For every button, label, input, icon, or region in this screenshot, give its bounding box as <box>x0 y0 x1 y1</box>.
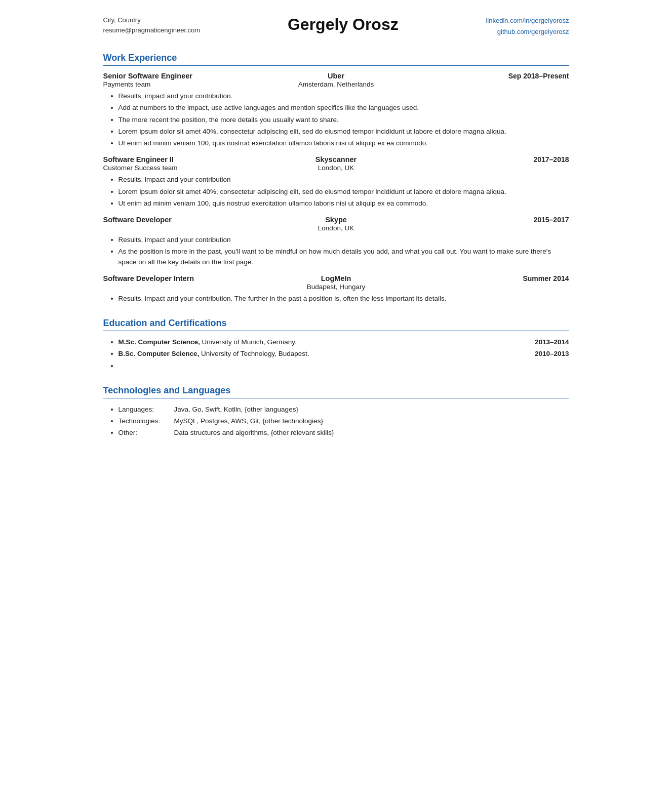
job-skype-company: Skype <box>258 216 414 224</box>
tech-languages-label: Languages: <box>118 404 174 415</box>
list-item: M.Sc. Computer Science, University of Mu… <box>118 337 569 347</box>
job-skyscanner-title: Software Engineer II <box>103 155 259 164</box>
work-experience-title: Work Experience <box>103 53 569 63</box>
list-item: Other: Data structures and algorithms, {… <box>118 428 569 438</box>
tech-languages-value: Java, Go, Swift, Kotlin, {other language… <box>174 404 569 415</box>
technologies-divider <box>103 398 569 398</box>
job-uber-date: Sep 2018–Present <box>414 72 569 80</box>
list-item: Ut enim ad minim veniam 100, quis nostru… <box>118 138 569 148</box>
job-skype-sub: London, UK <box>103 224 569 232</box>
job-skyscanner-sub-right <box>414 164 569 172</box>
tech-other-row: Other: Data structures and algorithms, {… <box>118 428 569 438</box>
job-logmein-date: Summer 2014 <box>414 274 569 282</box>
job-logmein-sub: Budapest, Hungary <box>103 283 569 291</box>
job-uber-team: Payments team <box>103 80 259 88</box>
tech-languages-row: Languages: Java, Go, Swift, Kotlin, {oth… <box>118 404 569 415</box>
job-uber-bullets: Results, impact and your contribution. A… <box>118 91 569 148</box>
list-item: Languages: Java, Go, Swift, Kotlin, {oth… <box>118 404 569 415</box>
header-city: City, Country <box>103 15 201 25</box>
tech-technologies-label: Technologies: <box>118 416 174 426</box>
list-item: As the position is more in the past, you… <box>118 247 569 267</box>
tech-technologies-value: MySQL, Postgres, AWS, Git, {other techno… <box>174 416 569 426</box>
education-divider <box>103 331 569 331</box>
list-item: The more recent the position, the more d… <box>118 115 569 125</box>
job-uber-sub-right <box>414 80 569 88</box>
job-skyscanner-company: Skyscanner <box>258 155 414 164</box>
job-uber-company: Uber <box>258 72 414 80</box>
list-item: Results, impact and your contribution. T… <box>118 294 569 304</box>
edu-msc-bold: M.Sc. Computer Science, <box>118 338 200 346</box>
job-skyscanner-date: 2017–2018 <box>414 155 569 164</box>
tech-other-value: Data structures and algorithms, {other r… <box>174 428 569 438</box>
job-logmein-location: Budapest, Hungary <box>258 283 414 291</box>
edu-msc-date: 2013–2014 <box>535 337 569 347</box>
edu-bsc-date: 2010–2013 <box>535 349 569 359</box>
list-item: Technologies: MySQL, Postgres, AWS, Git,… <box>118 416 569 426</box>
tech-other-label: Other: <box>118 428 174 438</box>
technologies-title: Technologies and Languages <box>103 385 569 396</box>
job-skyscanner: Software Engineer II Skyscanner 2017–201… <box>103 155 569 209</box>
work-experience-divider <box>103 65 569 66</box>
technologies-section: Technologies and Languages Languages: Ja… <box>103 385 569 438</box>
list-item: Results, impact and your contribution <box>118 175 569 185</box>
list-item: Add at numbers to the impact, use active… <box>118 103 569 113</box>
job-skype-team <box>103 224 259 232</box>
job-uber-sub: Payments team Amsterdam, Netherlands <box>103 80 569 88</box>
edu-row-1: M.Sc. Computer Science, University of Mu… <box>118 337 569 347</box>
tech-technologies-row: Technologies: MySQL, Postgres, AWS, Git,… <box>118 416 569 426</box>
job-skyscanner-location: London, UK <box>258 164 414 172</box>
job-skype: Software Developer Skype 2015–2017 Londo… <box>103 216 569 267</box>
education-title: Education and Certifications <box>103 318 569 329</box>
job-logmein-sub-right <box>414 283 569 291</box>
header-contact-right: linkedin.com/in/gergelyorosz github.com/… <box>486 15 569 37</box>
job-skype-sub-right <box>414 224 569 232</box>
edu-row-2: B.Sc. Computer Science, University of Te… <box>118 349 569 359</box>
edu-bsc-bold: B.Sc. Computer Science, <box>118 350 200 357</box>
edu-msc-rest: University of Munich, Germany. <box>200 338 297 346</box>
job-skype-header: Software Developer Skype 2015–2017 <box>103 216 569 224</box>
job-uber-title: Senior Software Engineer <box>103 72 259 80</box>
job-skype-date: 2015–2017 <box>414 216 569 224</box>
job-uber-header: Senior Software Engineer Uber Sep 2018–P… <box>103 72 569 80</box>
list-item: Ut enim ad minim veniam 100, quis nostru… <box>118 198 569 209</box>
resume-header: City, Country resume@pragmaticengineer.c… <box>103 15 569 37</box>
list-item: B.Sc. Computer Science, University of Te… <box>118 349 569 359</box>
list-item: Results, impact and your contribution <box>118 235 569 245</box>
list-item: Lorem ipsum dolor sit amet 40%, consecte… <box>118 127 569 137</box>
list-item: Lorem ipsum dolor sit amet 40%, consecte… <box>118 187 569 197</box>
job-logmein-header: Software Developer Intern LogMeIn Summer… <box>103 274 569 282</box>
job-skyscanner-bullets: Results, impact and your contribution Lo… <box>118 175 569 209</box>
job-uber-location: Amsterdam, Netherlands <box>258 80 414 88</box>
job-skyscanner-team: Customer Success team <box>103 164 259 172</box>
education-section: Education and Certifications M.Sc. Compu… <box>103 318 569 371</box>
job-logmein-team <box>103 283 259 291</box>
job-logmein-title: Software Developer Intern <box>103 274 259 282</box>
job-uber: Senior Software Engineer Uber Sep 2018–P… <box>103 72 569 148</box>
header-email: resume@pragmaticengineer.com <box>103 25 201 35</box>
edu-bsc-text: B.Sc. Computer Science, University of Te… <box>118 349 309 359</box>
job-skyscanner-header: Software Engineer II Skyscanner 2017–201… <box>103 155 569 164</box>
job-logmein-bullets: Results, impact and your contribution. T… <box>118 294 569 304</box>
education-list: M.Sc. Computer Science, University of Mu… <box>118 337 569 371</box>
header-name: Gergely Orosz <box>200 15 486 34</box>
work-experience-section: Work Experience Senior Software Engineer… <box>103 53 569 304</box>
header-github[interactable]: github.com/gergelyorosz <box>486 26 569 37</box>
edu-msc-text: M.Sc. Computer Science, University of Mu… <box>118 337 297 347</box>
job-skype-title: Software Developer <box>103 216 259 224</box>
job-logmein: Software Developer Intern LogMeIn Summer… <box>103 274 569 304</box>
job-skype-location: London, UK <box>258 224 414 232</box>
header-contact-left: City, Country resume@pragmaticengineer.c… <box>103 15 201 35</box>
list-item: Results, impact and your contribution. <box>118 91 569 101</box>
edu-bsc-rest: University of Technology, Budapest. <box>199 350 309 357</box>
technologies-list: Languages: Java, Go, Swift, Kotlin, {oth… <box>118 404 569 438</box>
job-skype-bullets: Results, impact and your contribution As… <box>118 235 569 267</box>
list-item <box>118 361 569 371</box>
job-logmein-company: LogMeIn <box>258 274 414 282</box>
job-skyscanner-sub: Customer Success team London, UK <box>103 164 569 172</box>
header-linkedin[interactable]: linkedin.com/in/gergelyorosz <box>486 15 569 26</box>
